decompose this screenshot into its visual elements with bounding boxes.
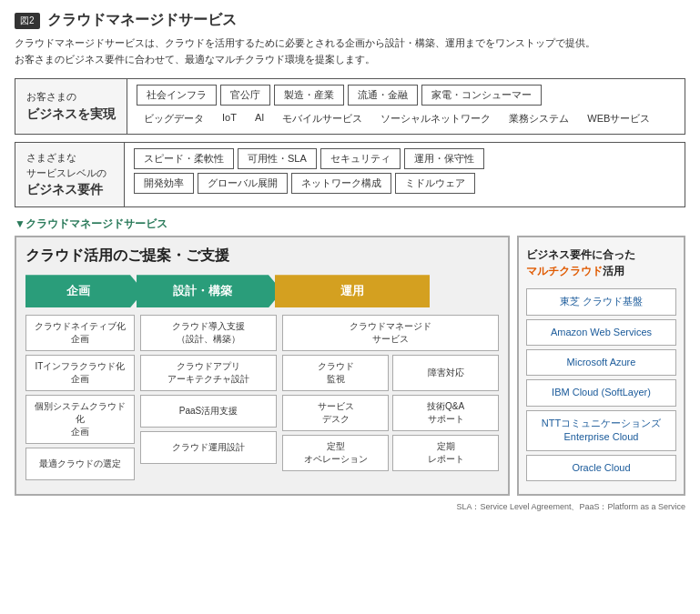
fig-label: 図2 <box>15 13 40 29</box>
tag-shakai: 社会インフラ <box>137 85 217 106</box>
cloud-item-toshibia: 東芝 クラウド基盤 <box>526 288 676 315</box>
kikaku-item-4: 最適クラウドの選定 <box>25 448 135 480</box>
un-item-3a: サービスデスク <box>282 395 389 431</box>
business-tags-row2: ビッグデータ IoT AI モバイルサービス ソーシャルネットワーク 業務システ… <box>137 109 675 128</box>
description: クラウドマネージドサービスは、クラウドを活用するために必要とされる企画から設計・… <box>15 35 685 67</box>
col-sekkei: クラウド導入支援（設計、構築） クラウドアプリアーキテクチャ設計 PaaS活用支… <box>140 315 277 480</box>
content-grid: クラウドネイティブ化企画 ITインフラクラウド化企画 個別システムクラウド化企画… <box>25 315 499 480</box>
tag-availability: 可用性・SLA <box>238 148 317 169</box>
business-title: ビジネスを実現 <box>26 105 116 124</box>
kikaku-item-3: 個別システムクラウド化企画 <box>25 395 135 444</box>
service-right: スピード・柔軟性 可用性・SLA セキュリティ 運用・保守性 開発効率 グローバ… <box>125 143 685 206</box>
main-title: クラウドマネージドサービス <box>47 11 237 30</box>
tag-kaden: 家電・コンシューマー <box>421 85 542 106</box>
sekkei-item-3: PaaS活用支援 <box>140 395 277 428</box>
cloud-item-ntt: NTTコミュニケーションズEnterprise Cloud <box>526 410 676 451</box>
cloud-item-azure: Microsoft Azure <box>526 349 676 376</box>
col-un: クラウドマネージドサービス クラウド監視 障害対応 サービスデスク 技術Q&Aサ… <box>282 315 499 480</box>
tag-ops: 運用・保守性 <box>404 148 484 169</box>
col-kikaku: クラウドネイティブ化企画 ITインフラクラウド化企画 個別システムクラウド化企画… <box>25 315 135 480</box>
tag-ai: AI <box>248 109 271 128</box>
un-item-1: クラウドマネージドサービス <box>282 315 499 351</box>
tag-gyomu: 業務システム <box>502 109 576 128</box>
service-subtitle1: さまざまな <box>26 150 107 166</box>
business-section: お客さまの ビジネスを実現 社会インフラ 官公庁 製造・産業 流通・金融 家電・… <box>15 78 685 135</box>
un-item-2b: 障害対応 <box>392 355 499 391</box>
business-left: お客さまの ビジネスを実現 <box>15 79 127 134</box>
sekkei-item-1: クラウド導入支援（設計、構築） <box>140 315 277 351</box>
tag-social: ソーシャルネットワーク <box>373 109 498 128</box>
tag-speed: スピード・柔軟性 <box>134 148 234 169</box>
header-row: 図2 クラウドマネージドサービス <box>15 11 685 30</box>
tag-security: セキュリティ <box>320 148 401 169</box>
cloud-managed-label: ▼クラウドマネージドサービス <box>15 216 685 232</box>
un-item-3b: 技術Q&Aサポート <box>392 395 499 431</box>
sekkei-item-2: クラウドアプリアーキテクチャ設計 <box>140 355 277 391</box>
un-item-4a: 定型オペレーション <box>282 435 389 471</box>
kikaku-item-1: クラウドネイティブ化企画 <box>25 315 135 351</box>
business-tags-row1: 社会インフラ 官公庁 製造・産業 流通・金融 家電・コンシューマー <box>137 85 675 106</box>
un-arrow: 運用 <box>275 275 430 307</box>
tag-kanko: 官公庁 <box>220 85 270 106</box>
kikaku-item-2: ITインフラクラウド化企画 <box>25 355 135 391</box>
cloud-item-oracle: Oracle Cloud <box>526 455 676 481</box>
business-subtitle: お客さまの <box>26 89 116 105</box>
cloud-right-box: ビジネス要件に合った マルチクラウド活用 東芝 クラウド基盤 Amazon We… <box>517 236 685 496</box>
service-tags-row2: 開発効率 グローバル展開 ネットワーク構成 ミドルウェア <box>134 173 675 194</box>
service-title: ビジネス要件 <box>26 180 107 199</box>
tag-global: グローバル展開 <box>198 173 288 194</box>
tag-ryutu: 流通・金融 <box>348 85 418 106</box>
tag-dev: 開発効率 <box>134 173 194 194</box>
main-content: クラウド活用のご提案・ご支援 企画 設計・構築 運用 クラウドネイティブ化企画 … <box>15 236 685 496</box>
cloud-left-box: クラウド活用のご提案・ご支援 企画 設計・構築 運用 クラウドネイティブ化企画 … <box>15 236 510 496</box>
cloud-item-ibm: IBM Cloud (SoftLayer) <box>526 379 676 406</box>
un-item-2a: クラウド監視 <box>282 355 389 391</box>
tag-iot: IoT <box>215 109 244 128</box>
service-section: さまざまな サービスレベルの ビジネス要件 スピード・柔軟性 可用性・SLA セ… <box>15 142 685 207</box>
tag-network: ネットワーク構成 <box>291 173 391 194</box>
tag-seizo: 製造・産業 <box>274 85 344 106</box>
business-right: 社会インフラ 官公庁 製造・産業 流通・金融 家電・コンシューマー ビッグデータ… <box>127 79 685 134</box>
cloud-item-aws: Amazon Web Services <box>526 319 676 346</box>
cloud-left-title: クラウド活用のご提案・ご支援 <box>25 247 499 266</box>
footer-note: SLA：Service Level Agreement、PaaS：Platfor… <box>15 501 685 513</box>
tag-bigdata: ビッグデータ <box>137 109 211 128</box>
tag-web: WEBサービス <box>580 109 657 128</box>
service-left: さまざまな サービスレベルの ビジネス要件 <box>15 143 125 206</box>
service-subtitle2: サービスレベルの <box>26 166 107 181</box>
arrow-row: 企画 設計・構築 運用 <box>25 275 499 307</box>
tag-mobile: モバイルサービス <box>275 109 370 128</box>
tag-middleware: ミドルウェア <box>395 173 475 194</box>
un-item-4b: 定期レポート <box>392 435 499 471</box>
cloud-right-title: ビジネス要件に合った マルチクラウド活用 <box>526 247 676 279</box>
kikaku-arrow: 企画 <box>25 275 144 307</box>
sekkei-arrow: 設計・構築 <box>137 275 282 307</box>
sekkei-item-4: クラウド運用設計 <box>140 431 277 464</box>
service-tags-row1: スピード・柔軟性 可用性・SLA セキュリティ 運用・保守性 <box>134 148 675 169</box>
